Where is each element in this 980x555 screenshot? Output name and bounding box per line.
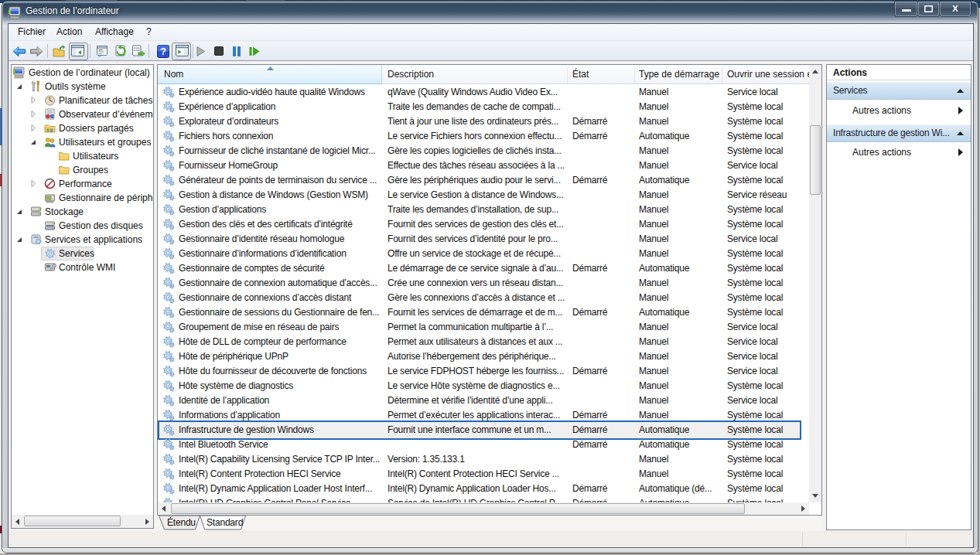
- svg-text:?: ?: [160, 46, 166, 57]
